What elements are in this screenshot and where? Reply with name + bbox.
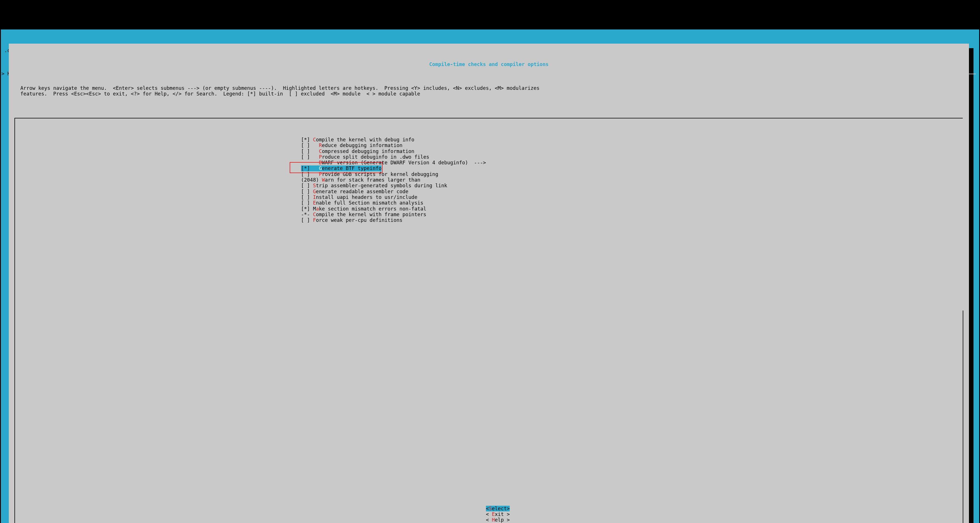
menu-item-12[interactable]: [*] Make section mismatch errors non-fat… <box>301 206 963 212</box>
menu-item-10[interactable]: [ ] Install uapi headers to usr/include <box>301 195 963 200</box>
menu-item-2[interactable]: [ ] Compressed debugging information <box>301 148 963 154</box>
select-button[interactable]: <Select> <box>486 506 510 511</box>
menu-item-7[interactable]: (2048) Warn for stack frames larger than <box>301 177 963 183</box>
menu-item-4[interactable]: DWARF version (Generate DWARF Version 4 … <box>301 160 963 166</box>
menu-item-1[interactable]: [ ] Reduce debugging information <box>301 142 963 148</box>
help-text: Arrow keys navigate the menu. <Enter> se… <box>9 85 969 97</box>
exit-button[interactable]: < Exit > <box>486 511 510 517</box>
menu-item-11[interactable]: [ ] Enable full Section mismatch analysi… <box>301 200 963 206</box>
bottom-button-bar: <Select> < Exit > < Help > < Save > < Lo… <box>9 500 969 523</box>
highlight-box <box>290 162 383 173</box>
menu-item-6[interactable]: [ ] Provide GDB scripts for kernel debug… <box>301 171 963 177</box>
menu-items[interactable]: [*] Compile the kernel with debug info[ … <box>15 137 963 223</box>
help-button[interactable]: < Help > <box>486 517 510 523</box>
menu-item-8[interactable]: [ ] Strip assembler-generated symbols du… <box>301 183 963 188</box>
menu-item-5[interactable]: [*] Generate BTF typeinfo <box>301 166 963 171</box>
section-title: Compile-time checks and compiler options <box>9 61 969 67</box>
terminal-window: .config - Linux/arm64 5.15.99 Kernel Con… <box>0 29 980 523</box>
menu-item-9[interactable]: [ ] Generate readable assembler code <box>301 189 963 195</box>
menu-item-14[interactable]: [ ] Force weak per-cpu definitions <box>301 217 963 223</box>
menu-item-3[interactable]: [ ] Produce split debuginfo in .dwo file… <box>301 154 963 160</box>
main-panel: Compile-time checks and compiler options… <box>9 44 969 523</box>
scroll-gap-indicator <box>963 118 963 311</box>
menu-item-13[interactable]: -*- Compile the kernel with frame pointe… <box>301 212 963 217</box>
menu-box: [*] Compile the kernel with debug info[ … <box>14 118 963 523</box>
menu-item-0[interactable]: [*] Compile the kernel with debug info <box>301 137 963 142</box>
